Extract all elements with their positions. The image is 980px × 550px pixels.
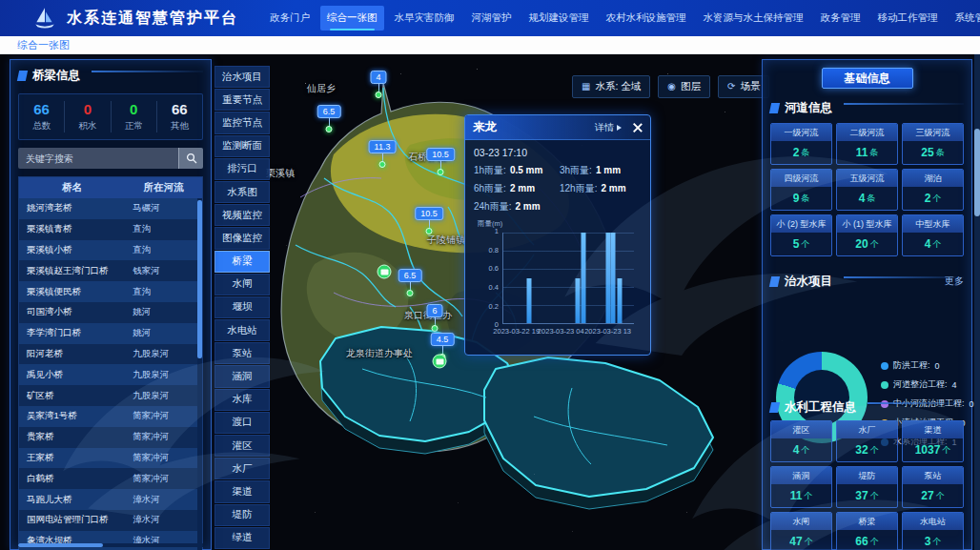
stat-card[interactable]: 堤防 37 个 [836, 466, 898, 508]
breadcrumb[interactable]: 综合一张图 [17, 38, 70, 52]
table-scrollbar-thumb[interactable] [197, 200, 202, 358]
card-label: 五级河流 [837, 170, 897, 187]
marker-value-tag[interactable]: 6.5 [317, 105, 341, 118]
marker-value-tag[interactable]: 4 [370, 71, 386, 84]
side-menu-item[interactable]: 堰坝 [214, 296, 270, 318]
more-link[interactable]: 更多 [945, 275, 964, 288]
side-menu-item[interactable]: 重要节点 [214, 89, 270, 111]
stat-card[interactable]: 桥梁 66 个 [836, 512, 898, 550]
stat-card[interactable]: 涵洞 11 个 [770, 466, 832, 508]
table-scrollbar-track[interactable] [197, 198, 202, 550]
side-menu-item[interactable]: 灌区 [214, 435, 270, 457]
stat-card[interactable]: 水电站 3 个 [902, 512, 964, 550]
table-row[interactable]: 姚河湾老桥 马碾河 [19, 198, 202, 219]
table-row[interactable]: 国网电站管理门口桥 漳水河 [19, 510, 202, 531]
project-section-title: 治水项目 [785, 274, 832, 290]
table-row[interactable]: 矿区桥 九股泉河 [19, 385, 202, 406]
table-row[interactable]: 吴家湾1号桥 简家冲河 [19, 406, 202, 427]
side-menu-item[interactable]: 视频监控 [214, 204, 270, 226]
close-icon[interactable] [631, 122, 643, 133]
table-row[interactable]: 栗溪镇便民桥 直沟 [19, 281, 202, 302]
side-menu-item[interactable]: 堤防 [214, 504, 270, 526]
river-name-cell: 直沟 [125, 219, 202, 240]
camera-icon[interactable] [433, 355, 447, 369]
stat-card[interactable]: 渠道 1037 个 [902, 420, 964, 462]
card-value: 66 [855, 535, 868, 548]
stat-card[interactable]: 二级河流 11 条 [836, 123, 898, 165]
side-menu-item[interactable]: 水厂 [214, 458, 270, 479]
side-menu-item[interactable]: 泵站 [214, 342, 270, 364]
side-menu-item[interactable]: 渡口 [214, 412, 270, 434]
nav-item[interactable]: 农村水利设施管理 [600, 6, 693, 31]
stat-card[interactable]: 四级河流 9 条 [770, 169, 832, 211]
map-control-button[interactable]: ◉ 图层 [658, 75, 710, 98]
nav-item[interactable]: 河湖管护 [465, 6, 519, 31]
marker-value-tag[interactable]: 11.3 [369, 140, 397, 153]
stat-card[interactable]: 三级河流 25 条 [902, 123, 964, 165]
stat-card[interactable]: 一级河流 2 条 [770, 123, 832, 165]
page-scrollbar-thumb[interactable] [974, 129, 980, 216]
nav-item[interactable]: 水旱灾害防御 [388, 6, 461, 31]
table-row[interactable]: 白鹤桥 简家冲河 [19, 468, 202, 489]
side-menu-item[interactable]: 治水项目 [214, 66, 270, 88]
tab-basic-info[interactable]: 基础信息 [822, 68, 913, 89]
legend-row[interactable]: 防洪工程 0 [881, 359, 971, 372]
stat-card[interactable]: 五级河流 4 条 [836, 169, 898, 211]
stat-card[interactable]: 中型水库 4 个 [902, 214, 964, 256]
stat-card[interactable]: 水闸 47 个 [770, 512, 832, 550]
marker-value-tag[interactable]: 6 [426, 304, 442, 317]
side-menu-item[interactable]: 绿道 [214, 527, 270, 549]
stat-card[interactable]: 小 (2) 型水库 5 个 [770, 214, 832, 256]
table-row[interactable]: 栗溪镇小桥 直沟 [19, 240, 202, 261]
side-menu-item[interactable]: 水电站 [214, 319, 270, 341]
side-menu-item[interactable]: 图像监控 [214, 227, 270, 249]
popup-body: 03-23 17:10 1h雨量: 0.5 mm 3h雨量: 1 mm 6h雨量… [465, 140, 650, 341]
detail-link[interactable]: 详情 [595, 121, 622, 134]
stat-card[interactable]: 湖泊 2 个 [902, 169, 964, 211]
town-label: 仙居乡 [307, 82, 336, 95]
stat-card[interactable]: 泵站 27 个 [902, 466, 964, 508]
page-scrollbar-track[interactable] [974, 54, 980, 550]
side-menu-item[interactable]: 桥梁 [214, 251, 270, 273]
search-input[interactable] [18, 153, 178, 164]
marker-value-tag[interactable]: 4.5 [431, 333, 455, 346]
nav-item[interactable]: 规划建设管理 [522, 6, 596, 31]
camera-icon[interactable] [378, 265, 392, 279]
map-control-button[interactable]: ▦ 水系: 全域 [572, 75, 650, 98]
table-row[interactable]: 李学湾门口桥 姚河 [19, 323, 202, 344]
table-row[interactable]: 司国湾小桥 姚河 [19, 302, 202, 323]
table-row[interactable]: 王家桥 简家冲河 [19, 448, 202, 469]
nav-item[interactable]: 综合一张图 [320, 6, 384, 31]
nav-item[interactable]: 政务管理 [814, 6, 868, 31]
nav-item[interactable]: 政务门户 [263, 6, 316, 31]
marker-value-tag[interactable]: 6.5 [398, 269, 422, 282]
table-row[interactable]: 栗溪镇青桥 直沟 [19, 219, 202, 240]
side-menu-item[interactable]: 监测断面 [214, 135, 270, 157]
stat-card[interactable]: 灌区 4 个 [770, 420, 832, 462]
search-button[interactable] [178, 148, 203, 169]
side-menu-item[interactable]: 水系图 [214, 181, 270, 203]
side-menu-item[interactable]: 水闸 [214, 274, 270, 295]
stat-card[interactable]: 小 (1) 型水库 20 个 [836, 214, 898, 256]
side-menu-item[interactable]: 排污口 [214, 158, 270, 180]
marker-value-tag[interactable]: 10.5 [426, 148, 455, 161]
stat-card[interactable]: 水厂 32 个 [836, 420, 898, 462]
table-hscrollbar-thumb[interactable] [18, 543, 103, 547]
table-row[interactable]: 禹见小桥 九股泉河 [19, 364, 202, 385]
card-label: 水闸 [771, 513, 831, 530]
table-row[interactable]: 马跑儿大桥 漳水河 [19, 489, 202, 510]
legend-row[interactable]: 河道整治工程 4 [881, 378, 971, 391]
table-row[interactable]: 阳河老桥 九股泉河 [19, 344, 202, 365]
side-menu-item[interactable]: 水库 [214, 389, 270, 411]
nav-item[interactable]: 移动工作管理 [871, 6, 945, 31]
marker-value-tag[interactable]: 10.5 [415, 207, 443, 220]
side-menu-item[interactable]: 渠道 [214, 480, 270, 502]
table-hscrollbar-track[interactable] [18, 543, 203, 547]
map-control-label: 场景 [740, 80, 760, 93]
side-menu-item[interactable]: 涵洞 [214, 365, 270, 387]
nav-item[interactable]: 水资源与水土保持管理 [697, 6, 810, 31]
table-row[interactable]: 贵家桥 简家冲河 [19, 427, 202, 448]
nav-item[interactable]: 系统管理 [949, 6, 980, 31]
side-menu-item[interactable]: 监控节点 [214, 112, 270, 133]
table-row[interactable]: 栗溪镇赵王湾门口桥 钱家河 [19, 260, 202, 281]
